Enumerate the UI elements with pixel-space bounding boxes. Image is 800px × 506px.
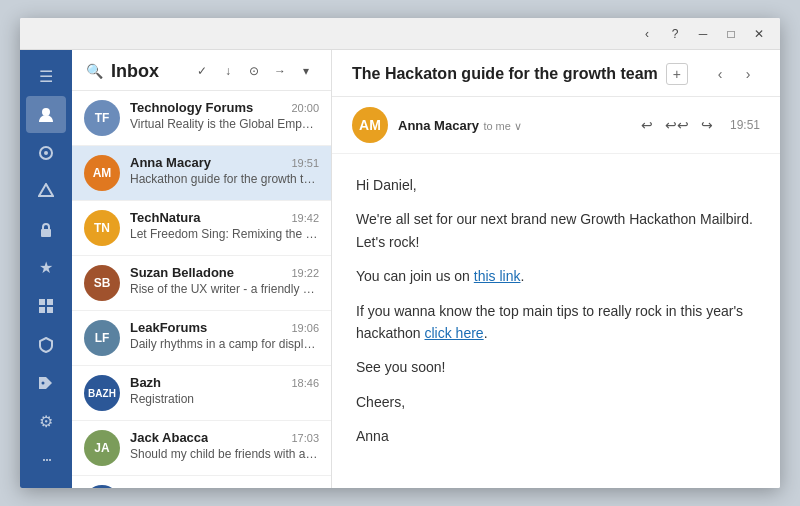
message-content: TechNatura 19:42 Let Freedom Sing: Remix… (130, 210, 319, 241)
list-item[interactable]: SB Suzan Belladone 19:22 Rise of the UX … (72, 256, 331, 311)
email-signature: Anna (356, 425, 756, 447)
sidebar-item-more[interactable]: ··· (26, 442, 66, 478)
inbox-select-btn[interactable]: ⊙ (243, 60, 265, 82)
add-tab-button[interactable]: + (666, 63, 688, 85)
avatar: TN (84, 210, 120, 246)
inbox-forward-btn[interactable]: → (269, 60, 291, 82)
reply-all-btn[interactable]: ↩↩ (664, 112, 690, 138)
sender-name: Suzan Belladone (130, 265, 234, 280)
message-time: 17:03 (291, 432, 319, 444)
maximize-button[interactable]: □ (718, 23, 744, 45)
email-line1: We're all set for our next brand new Gro… (356, 208, 756, 253)
list-item[interactable]: JA Jack Abacca 17:03 Should my child be … (72, 421, 331, 476)
help-button[interactable]: ? (662, 23, 688, 45)
email-meta: AM Anna Macary to me ∨ ↩ ↩↩ ↪ 19:51 (332, 97, 780, 154)
message-content: Jack Abacca 17:03 Should my child be fri… (130, 430, 319, 461)
sidebar-item-tags[interactable] (26, 365, 66, 401)
email-body: Hi Daniel, We're all set for our next br… (332, 154, 780, 488)
this-link[interactable]: this link (474, 268, 521, 284)
message-time: 19:06 (291, 322, 319, 334)
main-content: ☰ (20, 50, 780, 488)
email-line3: If you wanna know the top main tips to r… (356, 300, 756, 345)
svg-rect-5 (47, 299, 53, 305)
email-greeting: Hi Daniel, (356, 174, 756, 196)
next-email-btn[interactable]: › (736, 62, 760, 86)
prev-email-btn[interactable]: ‹ (708, 62, 732, 86)
inbox-download-btn[interactable]: ↓ (217, 60, 239, 82)
message-time: 19:42 (291, 212, 319, 224)
avatar: BAZH (84, 485, 120, 488)
email-see-you: See you soon! (356, 356, 756, 378)
meta-time: 19:51 (730, 118, 760, 132)
sidebar-item-shield[interactable] (26, 327, 66, 363)
message-content: Bazh 18:46 Registration (130, 375, 319, 406)
avatar: JA (84, 430, 120, 466)
avatar: SB (84, 265, 120, 301)
list-item[interactable]: BAZH Bazh 18:46 Registration (72, 366, 331, 421)
meta-to: to me ∨ (483, 120, 522, 132)
close-button[interactable]: ✕ (746, 23, 772, 45)
email-line2: You can join us on this link. (356, 265, 756, 287)
message-subject: Daily rhythms in a camp for displaced pe… (130, 337, 319, 351)
sidebar-item-grid[interactable] (26, 288, 66, 324)
sender-name: LeakForums (130, 320, 207, 335)
message-content: LeakForums 19:06 Daily rhythms in a camp… (130, 320, 319, 351)
message-subject: Let Freedom Sing: Remixing the Declarat.… (130, 227, 319, 241)
title-bar-controls: ‹ ? ─ □ ✕ (634, 23, 772, 45)
sidebar-item-starred[interactable]: ★ (26, 250, 66, 286)
message-top: Bazh 15:20 (130, 485, 319, 488)
message-subject: Registration (130, 392, 319, 406)
message-top: TechNatura 19:42 (130, 210, 319, 225)
sidebar-item-apps[interactable] (26, 173, 66, 209)
minimize-button[interactable]: ─ (690, 23, 716, 45)
search-icon: 🔍 (86, 63, 103, 79)
message-time: 15:20 (291, 487, 319, 488)
avatar: LF (84, 320, 120, 356)
forward-btn[interactable]: ↪ (694, 112, 720, 138)
reply-buttons: ↩ ↩↩ ↪ (634, 112, 720, 138)
list-item[interactable]: BAZH Bazh 15:20 Welcome to the great dev… (72, 476, 331, 488)
message-top: LeakForums 19:06 (130, 320, 319, 335)
email-nav-buttons: ‹ › (708, 62, 760, 86)
avatar: BAZH (84, 375, 120, 411)
list-item[interactable]: AM Anna Macary 19:51 Hackathon guide for… (72, 146, 331, 201)
app-window: ‹ ? ─ □ ✕ ☰ (20, 18, 780, 488)
sidebar-item-settings[interactable]: ⚙ (26, 403, 66, 439)
sidebar-item-lock[interactable] (26, 211, 66, 247)
title-bar: ‹ ? ─ □ ✕ (20, 18, 780, 50)
sidebar-item-menu[interactable]: ☰ (26, 58, 66, 94)
svg-rect-3 (41, 229, 51, 237)
message-top: Technology Forums 20:00 (130, 100, 319, 115)
sender-avatar: AM (352, 107, 388, 143)
message-content: Bazh 15:20 Welcome to the great develope… (130, 485, 319, 488)
reply-btn[interactable]: ↩ (634, 112, 660, 138)
message-time: 19:51 (291, 157, 319, 169)
message-list-panel: 🔍 Inbox ✓ ↓ ⊙ → ▾ TF Technology Forums 2… (72, 50, 332, 488)
back-button[interactable]: ‹ (634, 23, 660, 45)
svg-point-8 (42, 382, 45, 385)
message-time: 19:22 (291, 267, 319, 279)
list-item[interactable]: LF LeakForums 19:06 Daily rhythms in a c… (72, 311, 331, 366)
svg-point-2 (44, 151, 48, 155)
sender-name: Jack Abacca (130, 430, 208, 445)
inbox-title: Inbox (111, 61, 191, 82)
list-item[interactable]: TN TechNatura 19:42 Let Freedom Sing: Re… (72, 201, 331, 256)
nav-sidebar: ☰ (20, 50, 72, 488)
message-time: 18:46 (291, 377, 319, 389)
message-top: Bazh 18:46 (130, 375, 319, 390)
sender-name: Bazh (130, 375, 161, 390)
sidebar-item-account[interactable] (26, 135, 66, 171)
sender-name: Technology Forums (130, 100, 253, 115)
email-subject: The Hackaton guide for the growth team (352, 65, 658, 83)
message-subject: Rise of the UX writer - a friendly guide… (130, 282, 319, 296)
meta-info: Anna Macary to me ∨ (398, 116, 624, 134)
email-header: The Hackaton guide for the growth team +… (332, 50, 780, 97)
sidebar-item-contacts[interactable] (26, 96, 66, 132)
message-content: Anna Macary 19:51 Hackathon guide for th… (130, 155, 319, 186)
email-pane: The Hackaton guide for the growth team +… (332, 50, 780, 488)
click-here-link[interactable]: click here (425, 325, 484, 341)
message-top: Jack Abacca 17:03 (130, 430, 319, 445)
inbox-checkmark-btn[interactable]: ✓ (191, 60, 213, 82)
inbox-more-btn[interactable]: ▾ (295, 60, 317, 82)
list-item[interactable]: TF Technology Forums 20:00 Virtual Reali… (72, 91, 331, 146)
